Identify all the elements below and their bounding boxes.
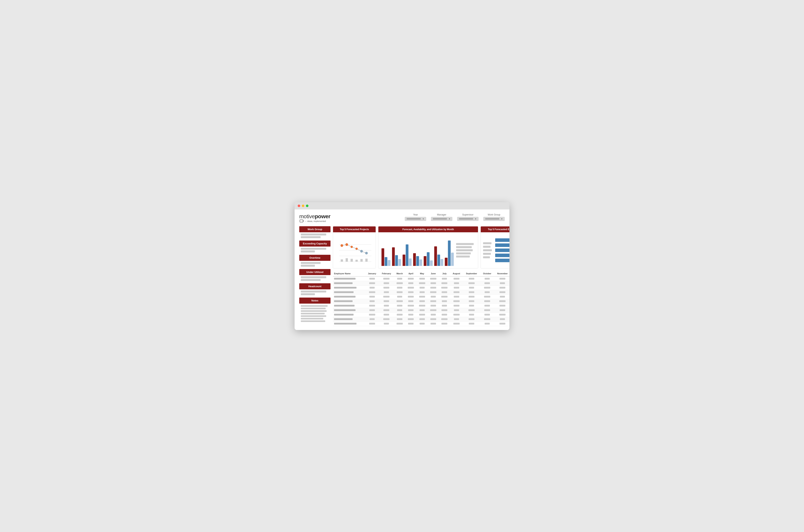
logo-power: power <box>315 213 330 220</box>
cell-bar <box>397 282 403 284</box>
name-bar <box>334 296 356 298</box>
cell-value <box>427 312 439 317</box>
cell-value <box>450 281 463 285</box>
cell-bar <box>454 305 459 306</box>
bar-feb-blue <box>395 255 398 266</box>
emp-bar-row-3 <box>495 248 510 252</box>
cell-value <box>439 308 450 312</box>
forecast-jan <box>382 248 390 266</box>
cell-bar <box>484 300 490 302</box>
col-header-jan: January <box>365 271 379 277</box>
cell-value <box>480 317 494 321</box>
cell-value <box>463 294 480 299</box>
forecast-feb <box>392 247 401 266</box>
top5-projects-panel: Top 5 Forecasted Projects <box>333 226 376 268</box>
cell-value <box>480 290 494 294</box>
cell-value <box>450 294 463 299</box>
bar-mar-light <box>409 259 411 266</box>
workgroup-filter-group: Work Group ▼ <box>483 213 505 221</box>
col-header-aug: August <box>450 271 463 277</box>
cell-bar <box>397 278 402 280</box>
sidebar-bar-ec-2 <box>301 250 315 252</box>
cell-name <box>333 277 365 281</box>
cell-bar <box>454 318 459 320</box>
forecast-may <box>424 252 433 266</box>
table-row <box>333 317 510 321</box>
sidebar-bar-ot-1 <box>301 262 321 264</box>
cell-bar <box>454 296 459 298</box>
year-filter-select[interactable]: ▼ <box>405 217 426 221</box>
cell-bar <box>468 318 475 320</box>
maximize-dot[interactable] <box>306 205 308 207</box>
cell-value <box>439 312 450 317</box>
svg-point-15 <box>351 246 353 248</box>
minimize-dot[interactable] <box>302 205 304 207</box>
cell-value <box>405 308 417 312</box>
cell-bar <box>408 300 413 302</box>
close-dot[interactable] <box>298 205 300 207</box>
cell-value <box>365 290 379 294</box>
sidebar-bar-wg-2 <box>301 236 321 238</box>
bar-jun-dark <box>434 246 437 266</box>
workgroup-select-bar <box>485 218 499 220</box>
cell-bar <box>419 282 425 284</box>
employee-labels <box>483 242 493 258</box>
sidebar-notes-content <box>299 304 330 324</box>
sidebar-bar-hc-1 <box>301 290 326 292</box>
name-bar <box>334 314 353 316</box>
emp-label-3 <box>483 249 492 251</box>
cell-value <box>417 285 427 290</box>
cell-value <box>494 290 510 294</box>
cell-value <box>427 277 439 281</box>
cell-value <box>405 281 417 285</box>
cell-value <box>417 299 427 303</box>
cell-name <box>333 303 365 308</box>
cell-bar <box>397 323 403 324</box>
cell-value <box>450 312 463 317</box>
notes-line-7 <box>301 320 325 322</box>
cell-name <box>333 308 365 312</box>
notes-line-3 <box>301 310 327 312</box>
cell-bar <box>499 314 505 316</box>
cell-value <box>365 294 379 299</box>
sidebar-bar-ec-1 <box>301 248 326 250</box>
cell-value <box>494 281 510 285</box>
cell-value <box>480 303 494 308</box>
cell-bar <box>383 296 389 298</box>
cell-bar <box>441 296 447 298</box>
cell-value <box>480 308 494 312</box>
cell-bar <box>397 291 403 293</box>
cell-value <box>439 277 450 281</box>
cell-bar <box>469 305 474 306</box>
name-bar <box>334 323 357 324</box>
table-row <box>333 294 510 299</box>
cell-value <box>463 321 480 326</box>
forecast-legend <box>456 235 476 266</box>
sidebar-header-exceeding: Exceeding Capacity <box>299 241 330 247</box>
cell-value <box>379 277 394 281</box>
sidebar-bar-ot-2 <box>301 265 315 267</box>
cell-value <box>394 308 405 312</box>
cell-value <box>394 303 405 308</box>
workgroup-filter-select[interactable]: ▼ <box>483 217 505 221</box>
employees-chart <box>483 235 510 266</box>
bar-mar-dark <box>403 254 405 266</box>
forecast-bars-wrap <box>381 235 455 266</box>
bar-feb-light <box>398 259 401 266</box>
cell-bar <box>484 305 490 306</box>
cell-value <box>405 290 417 294</box>
sidebar-content-exceeding <box>299 247 330 253</box>
cell-value <box>480 294 494 299</box>
cell-value <box>439 281 450 285</box>
cell-value <box>450 317 463 321</box>
cell-bar <box>408 323 414 324</box>
supervisor-filter-select[interactable]: ▼ <box>457 217 479 221</box>
cell-value <box>439 294 450 299</box>
svg-rect-12 <box>365 259 368 262</box>
sidebar-header-workgroup: Work Group <box>299 226 330 232</box>
manager-filter-select[interactable]: ▼ <box>431 217 453 221</box>
emp-bar-row-4 <box>495 253 510 257</box>
app-body: motive power → ideas, implemented Year <box>294 209 510 330</box>
cell-value <box>417 321 427 326</box>
cell-bar <box>485 278 490 280</box>
